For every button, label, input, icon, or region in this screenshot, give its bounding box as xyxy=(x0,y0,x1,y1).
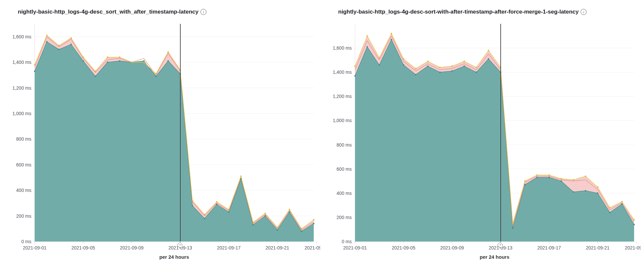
svg-point-149 xyxy=(415,68,416,69)
svg-point-44 xyxy=(143,60,144,62)
svg-point-56 xyxy=(289,211,290,213)
svg-text:2021-09-17: 2021-09-17 xyxy=(217,245,241,250)
svg-point-36 xyxy=(46,41,48,42)
svg-point-138 xyxy=(573,191,574,193)
svg-point-162 xyxy=(573,179,574,180)
svg-point-45 xyxy=(155,75,157,77)
svg-point-57 xyxy=(301,231,302,232)
panel-title-text: nightly-basic-http_logs-4g-desc_sort_wit… xyxy=(18,9,198,15)
svg-text:1,000 ms: 1,000 ms xyxy=(12,111,31,116)
svg-point-75 xyxy=(228,209,230,210)
svg-point-152 xyxy=(451,66,453,67)
svg-point-69 xyxy=(155,73,157,74)
info-icon[interactable]: i xyxy=(581,9,587,15)
svg-point-166 xyxy=(621,201,623,202)
svg-text:0 ms: 0 ms xyxy=(342,239,352,244)
svg-text:2021-09-05: 2021-09-05 xyxy=(71,245,95,250)
svg-point-63 xyxy=(83,56,84,58)
svg-point-76 xyxy=(240,175,241,177)
svg-point-49 xyxy=(204,218,205,219)
svg-point-165 xyxy=(609,207,610,208)
svg-point-65 xyxy=(107,56,108,58)
svg-text:2021-09-01: 2021-09-01 xyxy=(23,245,47,250)
svg-point-139 xyxy=(585,190,586,191)
svg-text:2021-09-25: 2021-09-25 xyxy=(625,245,641,250)
svg-text:2021-09-09: 2021-09-09 xyxy=(120,245,144,250)
svg-point-127 xyxy=(439,71,441,73)
svg-point-131 xyxy=(488,58,489,60)
svg-text:2021-09-09: 2021-09-09 xyxy=(440,245,464,250)
panel-title-text: nightly-basic-http_logs-4g-desc-sort-wit… xyxy=(338,9,579,15)
svg-point-154 xyxy=(476,67,477,68)
svg-point-55 xyxy=(277,229,278,231)
svg-text:1,400 ms: 1,400 ms xyxy=(12,60,31,65)
svg-point-67 xyxy=(131,62,132,63)
svg-point-123 xyxy=(391,39,392,40)
svg-text:200 ms: 200 ms xyxy=(16,213,31,219)
info-icon[interactable]: i xyxy=(200,9,206,15)
svg-point-70 xyxy=(167,51,169,53)
svg-text:600 ms: 600 ms xyxy=(16,162,31,167)
svg-point-133 xyxy=(512,228,513,229)
svg-point-157 xyxy=(512,223,513,224)
svg-point-46 xyxy=(167,60,169,62)
svg-text:2021-09-21: 2021-09-21 xyxy=(586,245,610,250)
svg-point-41 xyxy=(107,62,108,63)
svg-point-146 xyxy=(378,57,380,58)
svg-text:200 ms: 200 ms xyxy=(337,215,352,220)
chart-left[interactable]: 0 ms200 ms400 ms600 ms800 ms1,000 ms1,20… xyxy=(3,21,320,265)
panel-left: nightly-basic-http_logs-4g-desc_sort_wit… xyxy=(3,7,320,265)
svg-point-155 xyxy=(488,50,489,51)
svg-point-163 xyxy=(585,175,586,177)
svg-point-58 xyxy=(313,223,314,224)
svg-point-64 xyxy=(94,70,96,72)
svg-text:per 24 hours: per 24 hours xyxy=(159,254,189,260)
dashboard-row: nightly-basic-http_logs-4g-desc_sort_wit… xyxy=(0,0,644,268)
svg-point-121 xyxy=(367,46,368,47)
svg-point-159 xyxy=(536,174,538,176)
svg-point-148 xyxy=(403,58,404,60)
svg-point-39 xyxy=(83,60,84,62)
svg-point-42 xyxy=(119,60,120,62)
svg-point-74 xyxy=(216,201,217,202)
svg-point-125 xyxy=(415,74,416,75)
svg-point-79 xyxy=(277,227,278,228)
svg-point-124 xyxy=(403,64,404,66)
panel-right: nightly-basic-http_logs-4g-desc-sort-wit… xyxy=(324,7,641,265)
svg-point-82 xyxy=(313,219,314,220)
svg-text:2021-09-05: 2021-09-05 xyxy=(392,245,415,250)
svg-point-160 xyxy=(549,174,550,176)
svg-point-145 xyxy=(367,35,368,36)
svg-point-77 xyxy=(252,222,254,223)
svg-point-61 xyxy=(58,45,59,46)
svg-text:1,200 ms: 1,200 ms xyxy=(333,94,352,99)
svg-point-52 xyxy=(240,178,241,179)
svg-point-164 xyxy=(597,186,598,188)
panel-title-left: nightly-basic-http_logs-4g-desc_sort_wit… xyxy=(3,7,320,21)
svg-text:1,200 ms: 1,200 ms xyxy=(12,85,31,91)
svg-text:1,400 ms: 1,400 ms xyxy=(333,69,352,75)
svg-text:0 ms: 0 ms xyxy=(21,239,31,244)
svg-point-151 xyxy=(439,67,441,68)
svg-point-161 xyxy=(560,178,562,179)
svg-point-143 xyxy=(633,224,635,225)
svg-point-48 xyxy=(192,205,193,206)
svg-point-40 xyxy=(94,75,96,77)
svg-point-66 xyxy=(119,56,120,58)
chart-right[interactable]: 0 ms200 ms400 ms600 ms800 ms1,000 ms1,20… xyxy=(324,21,641,265)
svg-point-78 xyxy=(265,213,266,214)
svg-point-150 xyxy=(427,61,428,62)
svg-text:800 ms: 800 ms xyxy=(16,136,31,142)
svg-text:1,600 ms: 1,600 ms xyxy=(333,45,352,51)
svg-text:2021-09-25: 2021-09-25 xyxy=(304,245,320,250)
svg-point-62 xyxy=(70,37,72,38)
svg-point-142 xyxy=(621,203,623,204)
svg-text:600 ms: 600 ms xyxy=(337,166,352,172)
svg-point-136 xyxy=(549,177,550,178)
svg-point-122 xyxy=(378,64,380,66)
svg-text:2021-09-17: 2021-09-17 xyxy=(537,245,561,250)
svg-point-140 xyxy=(597,193,598,194)
svg-point-167 xyxy=(633,219,635,220)
svg-point-68 xyxy=(143,62,144,63)
svg-point-135 xyxy=(536,177,538,178)
